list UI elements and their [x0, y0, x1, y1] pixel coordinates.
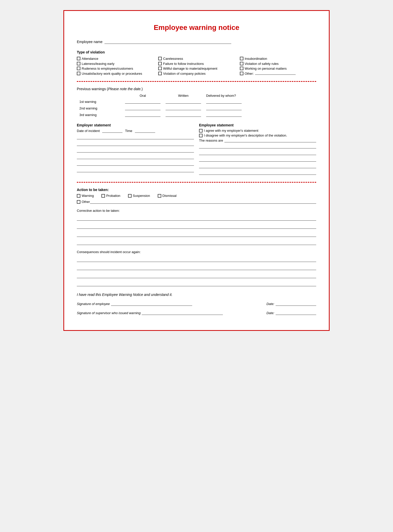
sig-supervisor-date-field[interactable] [276, 311, 316, 315]
reasons-row: The reasons are [199, 138, 316, 142]
sig-employee-date: Date: [266, 302, 316, 306]
employer-line-3[interactable] [77, 148, 194, 153]
action-other-icon [77, 200, 80, 204]
checkbox-willful[interactable]: Willful damage to material/equipment [158, 66, 235, 71]
checkbox-lateness-label: Lateness/leaving early [82, 61, 114, 66]
reasons-field[interactable] [224, 138, 316, 142]
employee-line-2[interactable] [199, 150, 316, 155]
checkbox-safety-label: Violation of safety rules [245, 61, 279, 66]
pw-row2-oral[interactable] [122, 105, 163, 111]
pw-row3-written[interactable] [163, 111, 204, 118]
action-other-row: Other [77, 200, 316, 204]
checkbox-other-violation[interactable]: Other: [240, 71, 316, 76]
checkbox-willful-icon [158, 67, 162, 70]
checkbox-carelessness-icon [158, 57, 162, 60]
action-suspension-label: Suspension [133, 194, 150, 198]
action-warning[interactable]: Warning [77, 194, 94, 198]
sig-supervisor-field[interactable] [142, 311, 223, 315]
checkbox-rudeness-icon [77, 67, 80, 70]
disagree-label: I disagree with my employer's descriptio… [204, 134, 287, 137]
table-row: 1st warning [77, 98, 316, 105]
checkbox-lateness-icon [77, 62, 80, 65]
employee-statement: Employee statement I agree with my emplo… [199, 123, 316, 177]
corrective-line-4[interactable] [77, 239, 316, 245]
consequences-line-1[interactable] [77, 256, 316, 262]
checkbox-rudeness-label: Rudeness to employees/customers [82, 66, 133, 71]
sig-employee-label: Signature of employee [77, 302, 110, 306]
employer-line-1[interactable] [77, 135, 194, 139]
sig-supervisor-label: Signature of supervisor who issued warni… [77, 311, 140, 315]
action-other-field[interactable] [90, 200, 316, 204]
employer-statement: Employer statement Date of incident Time [77, 123, 194, 177]
sig-employee-field[interactable] [111, 302, 192, 306]
corrective-line-1[interactable] [77, 215, 316, 221]
checkbox-lateness[interactable]: Lateness/leaving early [77, 61, 153, 66]
pw-row3-delivered[interactable] [204, 111, 316, 118]
checkbox-insubordination-label: Insubordination [245, 56, 267, 61]
time-field[interactable] [135, 129, 155, 133]
pw-row3-oral[interactable] [122, 111, 163, 118]
checkbox-safety[interactable]: Violation of safety rules [240, 61, 316, 66]
checkbox-attendance[interactable]: Attendance [77, 56, 153, 61]
violation-col1: Attendance Lateness/leaving early Rudene… [77, 56, 153, 76]
violation-section: Type of violation Attendance Lateness/le… [77, 50, 316, 76]
reasons-label: The reasons are [199, 139, 223, 142]
consequences-line-4[interactable] [77, 280, 316, 286]
checkbox-violation-policies[interactable]: Violation of company policies [158, 71, 235, 76]
action-dismissal[interactable]: Dismissal [158, 194, 177, 198]
checkbox-carelessness[interactable]: Carelessness [158, 56, 235, 61]
checkbox-failure[interactable]: Failure to follow instructions [158, 61, 235, 66]
corrective-line-2[interactable] [77, 223, 316, 229]
action-row: Warning Probation Suspension Dismissal [77, 194, 316, 198]
pw-row1-oral[interactable] [122, 98, 163, 105]
table-row: 2nd warning [77, 105, 316, 111]
agree-label: I agree with my employer's statement [204, 129, 258, 132]
employer-line-4[interactable] [77, 155, 194, 159]
action-probation[interactable]: Probation [101, 194, 120, 198]
pw-col-written: Written [163, 93, 204, 98]
employer-line-2[interactable] [77, 141, 194, 146]
violation-title: Type of violation [77, 50, 316, 54]
corrective-line-3[interactable] [77, 231, 316, 237]
action-suspension[interactable]: Suspension [128, 194, 150, 198]
checkbox-other-violation-icon [240, 72, 243, 75]
action-title: Action to be taken: [77, 188, 316, 192]
consequences-line-3[interactable] [77, 272, 316, 278]
agree-checkbox-icon [199, 129, 203, 132]
checkbox-insubordination[interactable]: Insubordination [240, 56, 316, 61]
employer-line-5[interactable] [77, 161, 194, 166]
consequences-line-2[interactable] [77, 264, 316, 270]
disagree-checkbox-icon [199, 134, 203, 137]
action-dismissal-icon [158, 194, 161, 198]
date-field[interactable] [102, 129, 122, 133]
employee-line-5[interactable] [199, 170, 316, 175]
checkbox-violation-policies-icon [158, 72, 162, 75]
checkbox-personal-label: Working on personal matters [245, 66, 287, 71]
action-probation-label: Probation [106, 194, 120, 198]
pw-header: Previous warnings (Please note the date.… [77, 87, 316, 91]
sig-employee-date-field[interactable] [276, 302, 316, 306]
sig-supervisor-date: Date: [266, 311, 316, 315]
agree-checkbox[interactable]: I agree with my employer's statement [199, 129, 316, 132]
pw-row1-delivered[interactable] [204, 98, 316, 105]
checkbox-personal[interactable]: Working on personal matters [240, 66, 316, 71]
pw-row1-label: 1st warning [77, 98, 122, 105]
employer-line-6[interactable] [77, 168, 194, 172]
checkbox-unsatisfactory[interactable]: Unsatisfactory work quality or procedure… [77, 71, 153, 76]
date-time-row: Date of incident Time [77, 129, 194, 133]
pw-col-delivered: Delivered by whom? [204, 93, 316, 98]
employee-name-row: Employee name [77, 39, 316, 44]
employee-line-1[interactable] [199, 144, 316, 148]
employee-line-4[interactable] [199, 164, 316, 168]
pw-label-italic: Please note the date. [108, 87, 141, 91]
checkbox-failure-icon [158, 62, 162, 65]
pw-row2-written[interactable] [163, 105, 204, 111]
pw-row2-delivered[interactable] [204, 105, 316, 111]
checkbox-rudeness[interactable]: Rudeness to employees/customers [77, 66, 153, 71]
pw-row1-written[interactable] [163, 98, 204, 105]
disagree-checkbox[interactable]: I disagree with my employer's descriptio… [199, 134, 316, 137]
pw-row3-label: 3rd warning [77, 111, 122, 118]
checkbox-carelessness-label: Carelessness [163, 56, 183, 61]
employee-name-field[interactable] [104, 39, 231, 44]
employee-line-3[interactable] [199, 157, 316, 162]
